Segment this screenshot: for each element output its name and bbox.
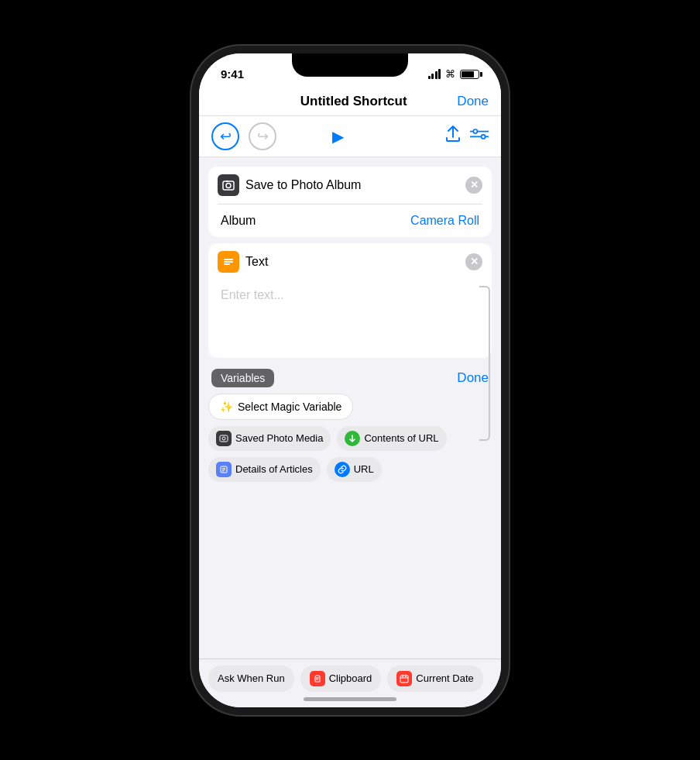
save-photo-header-left: Save to Photo Album <box>218 174 361 196</box>
settings-button[interactable] <box>470 127 489 145</box>
text-input-area[interactable]: Enter text... <box>208 280 492 358</box>
svg-rect-20 <box>400 676 408 683</box>
album-label: Album <box>221 214 256 228</box>
text-close-button[interactable]: ✕ <box>465 253 482 270</box>
side-bracket <box>479 286 490 441</box>
svg-rect-6 <box>223 181 234 190</box>
text-placeholder: Enter text... <box>221 288 284 301</box>
variables-badge: Variables <box>211 369 274 387</box>
details-of-articles-icon <box>216 462 232 477</box>
svg-point-7 <box>226 183 231 187</box>
save-photo-header: Save to Photo Album ✕ <box>208 167 492 204</box>
chip-contents-of-url-label: Contents of URL <box>364 432 438 444</box>
status-time: 9:41 <box>221 67 244 81</box>
chip-clipboard[interactable]: Clipboard <box>300 665 382 692</box>
chip-contents-of-url[interactable]: Contents of URL <box>337 426 446 451</box>
chip-url-label: URL <box>354 463 374 475</box>
text-header: Text ✕ <box>208 243 492 280</box>
text-card: Text ✕ Enter text... <box>208 243 492 358</box>
save-photo-close-button[interactable]: ✕ <box>465 177 482 194</box>
battery-icon <box>460 70 479 79</box>
chip-ask-when-run[interactable]: Ask When Run <box>208 665 294 692</box>
svg-point-13 <box>222 437 225 440</box>
chip-clipboard-label: Clipboard <box>329 672 372 684</box>
text-header-left: Text <box>218 251 268 273</box>
svg-rect-12 <box>220 435 228 442</box>
magic-variable-label: Select Magic Variable <box>238 401 341 413</box>
saved-photo-media-icon <box>216 431 232 446</box>
play-button[interactable]: ▶ <box>332 127 344 146</box>
magic-variable-button[interactable]: ✨ Select Magic Variable <box>208 394 353 420</box>
svg-rect-8 <box>226 181 228 182</box>
nav-bar: Untitled Shortcut Done <box>199 88 501 116</box>
chip-url[interactable]: URL <box>327 457 382 482</box>
chip-current-date-label: Current Date <box>416 672 473 684</box>
status-icons: ⌘ <box>428 68 480 80</box>
share-button[interactable] <box>445 126 461 146</box>
variable-chips-row-1: Saved Photo Media Contents of URL <box>208 426 492 451</box>
undo-button[interactable]: ↩ <box>211 122 239 150</box>
save-photo-icon <box>218 174 239 196</box>
current-date-icon <box>396 671 412 686</box>
toolbar: ↩ ↪ ▶ <box>199 116 501 157</box>
nav-title: Untitled Shortcut <box>300 94 407 109</box>
variable-chips-row-2: Details of Articles URL <box>208 457 492 482</box>
variables-header: Variables Done <box>208 364 492 394</box>
svg-point-0 <box>473 129 477 133</box>
chip-saved-photo-media-label: Saved Photo Media <box>235 432 323 444</box>
signal-icon <box>428 69 441 79</box>
contents-of-url-icon <box>345 431 360 446</box>
chip-ask-when-run-label: Ask When Run <box>218 672 285 684</box>
album-row[interactable]: Album Camera Roll <box>208 205 492 237</box>
url-icon <box>335 462 350 477</box>
clipboard-icon <box>310 671 325 686</box>
home-indicator <box>304 697 396 701</box>
save-photo-card: Save to Photo Album ✕ Album Camera Roll <box>208 167 492 237</box>
svg-point-3 <box>482 135 486 139</box>
chip-details-of-articles[interactable]: Details of Articles <box>208 457 321 482</box>
main-scroll-area: Save to Photo Album ✕ Album Camera Roll <box>199 157 501 529</box>
nav-done-button[interactable]: Done <box>457 94 489 109</box>
album-value[interactable]: Camera Roll <box>410 214 479 228</box>
text-title: Text <box>245 255 268 269</box>
chip-current-date[interactable]: Current Date <box>387 665 482 692</box>
save-photo-title: Save to Photo Album <box>245 178 361 192</box>
chip-saved-photo-media[interactable]: Saved Photo Media <box>208 426 331 451</box>
redo-button[interactable]: ↪ <box>249 122 276 150</box>
variables-section: Variables Done ✨ Select Magic Variable <box>208 364 492 482</box>
wifi-icon: ⌘ <box>445 68 455 80</box>
text-icon <box>218 251 239 273</box>
chip-details-of-articles-label: Details of Articles <box>235 463 313 475</box>
magic-wand-icon: ✨ <box>220 401 233 413</box>
